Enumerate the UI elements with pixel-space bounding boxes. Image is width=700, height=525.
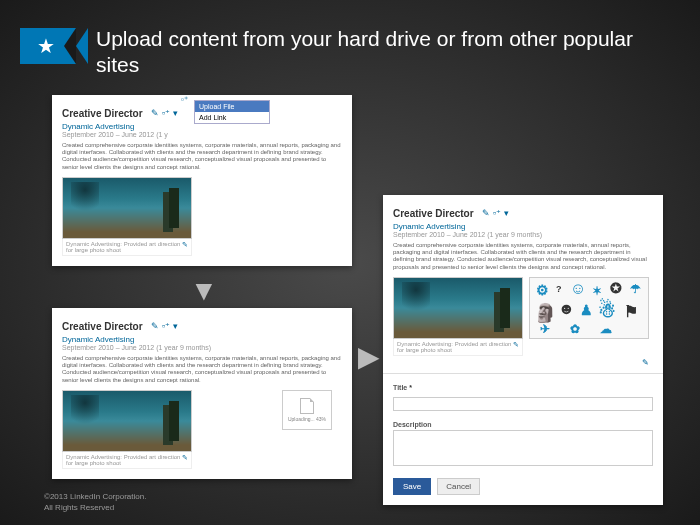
media-dropdown: ▫⁺ Upload File Add Link [194,100,270,124]
add-media-icon[interactable]: ▫⁺ [162,108,170,118]
upload-progress: Uploading... 43% [282,390,332,430]
job-description: Created comprehensive corporate identiti… [393,242,653,271]
title-label: Title * [393,384,653,391]
add-media-icon[interactable]: ▫⁺ [493,208,501,218]
media-thumbnail[interactable] [62,390,192,452]
company-link[interactable]: Dynamic Advertising [62,335,342,344]
dropdown-caret-icon[interactable]: ▾ [173,321,178,331]
date-range: September 2010 – June 2012 (1 year 9 mon… [62,344,342,351]
dropdown-upload-file[interactable]: Upload File [195,101,269,112]
cancel-button[interactable]: Cancel [437,478,480,495]
job-title: Creative Director [62,321,143,332]
job-description: Created comprehensive corporate identiti… [62,355,342,384]
profile-card-step3: Creative Director ✎ ▫⁺ ▾ Dynamic Adverti… [383,195,663,505]
media-thumbnail[interactable] [393,277,523,339]
document-icon [300,398,314,414]
job-title: Creative Director [393,208,474,219]
date-range: September 2010 – June 2012 (1 y [62,131,342,138]
pencil-icon[interactable]: ✎ [482,208,490,218]
pencil-icon[interactable]: ✎ [182,454,188,466]
pencil-icon[interactable]: ✎ [182,241,188,253]
description-textarea[interactable] [393,430,653,466]
media-plus-icon: ▫⁺ [181,95,188,104]
media-caption: Dynamic Advertising: Provided art direct… [62,238,192,256]
star-icon: ★ [37,34,55,58]
date-range: September 2010 – June 2012 (1 year 9 mon… [393,231,653,238]
uploaded-media-preview[interactable]: ⚙ ? ☺ ✶ ✪ ☂ 🗿 ☻ ♟ ☃ ⚑ ✈ ✿ ☁ [529,277,649,339]
media-thumbnail[interactable] [62,177,192,239]
media-caption: Dynamic Advertising: Provided art direct… [393,338,523,356]
description-label: Description [393,421,653,428]
pencil-icon[interactable]: ✎ [513,341,519,353]
feature-ribbon: ★ [20,28,76,64]
job-title: Creative Director [62,108,143,119]
media-caption: Dynamic Advertising: Provided art direct… [62,451,192,469]
add-media-icon[interactable]: ▫⁺ [162,321,170,331]
pencil-icon[interactable]: ✎ [151,108,159,118]
dropdown-caret-icon[interactable]: ▾ [173,108,178,118]
dropdown-caret-icon[interactable]: ▾ [504,208,509,218]
company-link[interactable]: Dynamic Advertising [393,222,653,231]
title-input[interactable] [393,397,653,411]
job-description: Created comprehensive corporate identiti… [62,142,342,171]
pencil-icon[interactable]: ✎ [642,358,649,367]
save-button[interactable]: Save [393,478,431,495]
profile-card-step1: Creative Director ✎ ▫⁺ ▾ Dynamic Adverti… [52,95,352,266]
copyright-footer: ©2013 LinkedIn Corporation. All Rights R… [44,492,146,513]
arrow-right-icon: ▶ [358,340,380,373]
divider [383,373,663,374]
pencil-icon[interactable]: ✎ [151,321,159,331]
profile-card-step2: Creative Director ✎ ▫⁺ ▾ Dynamic Adverti… [52,308,352,479]
arrow-down-icon: ▼ [190,275,218,307]
dropdown-add-link[interactable]: Add Link [195,112,269,123]
slide-headline: Upload content from your hard drive or f… [96,26,660,79]
upload-progress-label: Uploading... 43% [288,416,326,422]
